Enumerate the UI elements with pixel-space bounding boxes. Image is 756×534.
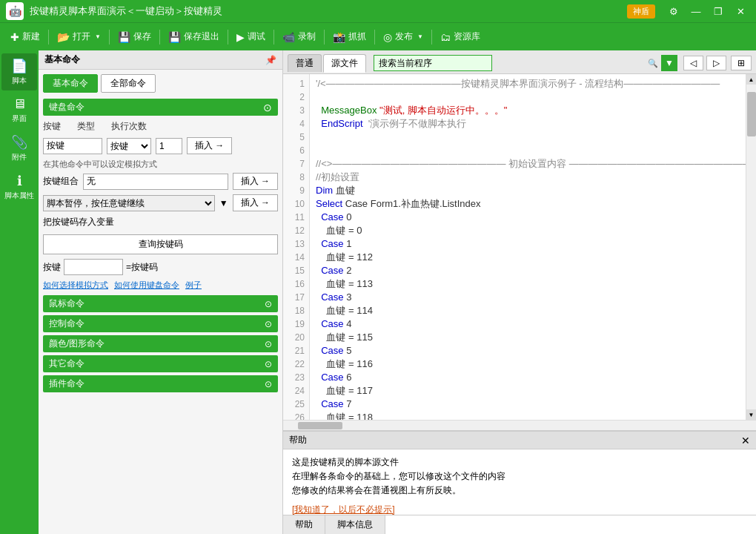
new-button[interactable]: ✚ 新建 [4,27,46,46]
line-num-25: 25 [283,398,309,411]
nav-buttons: ◁ ▷ [683,56,726,70]
publish-button[interactable]: ◎ 发布 [377,27,429,46]
capture-label: 抓抓 [348,30,366,43]
type-select[interactable]: 按键 [107,138,151,154]
line-num-7: 7 [283,157,309,171]
line-num-20: 20 [283,331,309,344]
save-button[interactable]: 💾 保存 [112,27,157,46]
color-section-header[interactable]: 颜色/图形命令 ⊙ [43,335,278,352]
plugin-section-header[interactable]: 插件命令 ⊙ [43,375,278,392]
right-panel: 普通 源文件 🔍 ▼ ◁ ▷ ⊞ 1 2 3 4 5 6 7 [283,50,756,534]
scroll-down-btn[interactable]: ▼ [746,409,757,420]
link-select-mode[interactable]: 如何选择模拟方式 [43,280,108,291]
script-icon: 📄 [11,58,27,74]
query-keycode-button[interactable]: 查询按键码 [43,234,278,254]
code-line-2 [316,90,740,104]
control-section-header[interactable]: 控制命令 ⊙ [43,315,278,332]
help-tab-help[interactable]: 帮助 [283,515,325,534]
search-dropdown-btn[interactable]: ▼ [661,55,677,71]
line-num-23: 23 [283,371,309,384]
count-input[interactable] [156,138,182,154]
editor-tabs: 普通 源文件 🔍 ▼ ◁ ▷ ⊞ [283,50,756,74]
settings-btn[interactable]: ⚙ [664,4,683,19]
debug-label: 调试 [248,30,265,43]
sidebar-item-script[interactable]: 📄 脚本 [1,53,37,90]
new-icon: ✚ [10,31,19,43]
code-line-8: //初始设置 [316,171,740,184]
hotkey-input[interactable] [83,174,228,190]
ui-icon: 🖥 [13,96,26,112]
command-tabs: 基本命令 全部命令 [43,74,278,93]
code-line-22: 血键 = 116 [316,357,740,371]
tab-all-cmd[interactable]: 全部命令 [101,74,156,93]
close-btn[interactable]: ✕ [731,4,750,19]
tab-basic-cmd[interactable]: 基本命令 [43,74,98,93]
sidebar-item-ui[interactable]: 🖥 界面 [1,92,37,128]
attach-icon: 📎 [11,134,27,151]
keyboard-section-header[interactable]: 键盘命令 ⊙ [43,99,278,116]
line-num-9: 9 [283,184,309,197]
line-num-2: 2 [283,90,309,104]
sidebar-item-attach[interactable]: 📎 附件 [1,130,37,167]
open-button[interactable]: 📂 打开 [51,27,107,46]
vertical-scrollbar[interactable]: ▲ ▼ [746,74,756,420]
insert-hotkey-button[interactable]: 插入 [233,173,278,190]
horizontal-scrollbar[interactable] [283,420,756,430]
sidebar-item-props[interactable]: ℹ 脚本属性 [1,168,37,205]
help-close-btn[interactable]: ✕ [741,435,750,446]
help-dismiss-link[interactable]: [我知道了，以后不必提示] [292,504,395,515]
resource-button[interactable]: 🗂 资源库 [434,27,486,46]
code-line-15: Case 2 [316,264,740,277]
debug-button[interactable]: ▶ 调试 [231,27,271,46]
help-line2: 在理解各条命令的基础上，您可以修改这个文件的内容 [292,469,747,484]
layout-btn[interactable]: ⊞ [731,56,752,70]
search-input[interactable] [374,55,492,71]
line-num-14: 14 [283,251,309,264]
var-key-input[interactable] [64,259,123,275]
link-example[interactable]: 例子 [185,280,202,291]
pause-select[interactable]: 脚本暂停，按任意键继续 [43,195,215,211]
tab-source[interactable]: 源文件 [323,54,366,73]
code-line-24: 血键 = 117 [316,384,740,398]
scroll-up-btn[interactable]: ▲ [746,74,757,85]
prev-btn[interactable]: ◁ [683,56,703,70]
capture-button[interactable]: 📸 抓抓 [327,27,372,46]
help-panel: 帮助 ✕ 这是按键精灵的脚本源文件 在理解各条命令的基础上，您可以修改这个文件的… [283,430,756,534]
record-button[interactable]: 📹 录制 [276,27,322,46]
line-num-5: 5 [283,131,309,144]
code-line-13: Case 1 [316,237,740,251]
sidebar-props-label: 脚本属性 [4,191,34,201]
line-num-11: 11 [283,211,309,224]
sep2 [109,30,110,44]
minimize-btn[interactable]: — [686,4,706,19]
help-tab-script-info[interactable]: 脚本信息 [325,515,385,534]
code-line-21: Case 5 [316,344,740,357]
other-section-header[interactable]: 其它命令 ⊙ [43,355,278,372]
mouse-section-header[interactable]: 鼠标命令 ⊙ [43,295,278,312]
help-content: 这是按键精灵的脚本源文件 在理解各条命令的基础上，您可以修改这个文件的内容 您修… [283,449,756,515]
toolbar: ✚ 新建 📂 打开 💾 保存 💾 保存退出 ▶ 调试 📹 录制 📸 抓抓 ◎ 发… [0,22,756,50]
code-line-16: 血键 = 113 [316,277,740,291]
code-line-23: Case 6 [316,371,740,384]
code-editor: 1 2 3 4 5 6 7 8 9 10 11 12 13 14 15 16 1… [283,74,756,420]
next-btn[interactable]: ▷ [706,56,726,70]
link-use-keyboard[interactable]: 如何使用键盘命令 [114,280,179,291]
code-content[interactable]: '/<——————————————按键精灵脚本界面演示例子 - 流程结构————… [310,74,746,420]
sidebar-ui-label: 界面 [12,113,27,124]
left-panel-content: 基本命令 全部命令 键盘命令 ⊙ 按键 类型 执行次数 按键 插入 [39,70,282,534]
key-input[interactable] [43,138,102,154]
line-num-12: 12 [283,224,309,237]
line-num-8: 8 [283,171,309,184]
code-line-20: 血键 = 115 [316,331,740,344]
save-label: 保存 [133,30,151,43]
insert-pause-button[interactable]: 插入 [233,194,278,211]
sep5 [273,30,274,44]
code-line-17: Case 3 [316,291,740,304]
other-section-label: 其它命令 [49,357,84,370]
restore-btn[interactable]: ❐ [709,4,728,19]
insert-key-button[interactable]: 插入 [187,137,232,154]
tab-normal[interactable]: 普通 [288,54,322,72]
shield-badge: 神盾 [627,4,655,19]
line-num-4: 4 [283,117,309,131]
save-exit-button[interactable]: 💾 保存退出 [162,27,225,46]
